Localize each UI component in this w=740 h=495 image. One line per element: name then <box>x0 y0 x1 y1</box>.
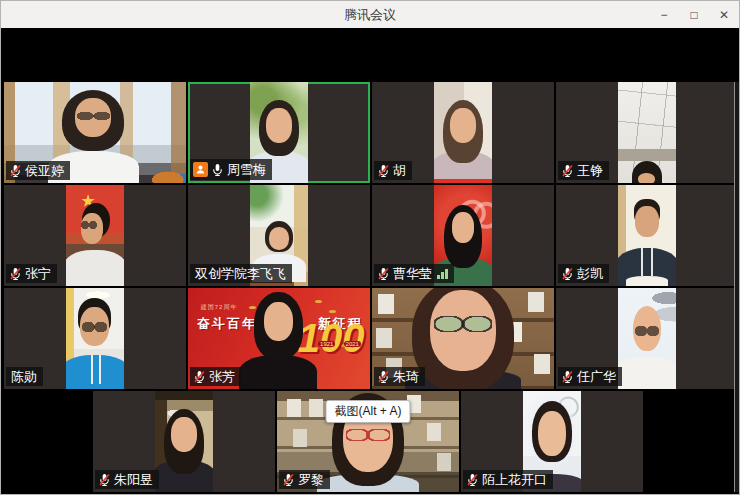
video-tile-pengkai[interactable]: 彭凯 <box>556 185 738 286</box>
video-tile-zhouxuemei[interactable]: 周雪梅 <box>188 82 370 183</box>
screenshot-tooltip: 截图(Alt + A) <box>325 400 410 423</box>
clipped-next-column-sliver <box>734 82 739 492</box>
participant-video <box>66 185 124 286</box>
mic-muted-icon <box>561 370 574 383</box>
face-shape <box>538 411 566 455</box>
video-tile-zhuqi[interactable]: 朱琦 <box>372 288 554 389</box>
glasses-shape <box>635 326 658 336</box>
mic-muted-icon <box>282 473 295 486</box>
mic-muted-icon <box>9 267 22 280</box>
participant-video <box>618 185 676 286</box>
torso-shape <box>618 357 676 389</box>
participant-video <box>66 288 124 389</box>
video-grid: 侯亚婷 周雪梅 <box>1 28 739 494</box>
face-shape <box>266 108 292 142</box>
maximize-button[interactable]: □ <box>679 1 709 28</box>
mic-on-icon <box>211 163 224 176</box>
mic-muted-icon <box>377 267 390 280</box>
mic-muted-icon <box>193 370 206 383</box>
participant-name: 任广华 <box>577 370 616 383</box>
participant-figure <box>618 288 676 389</box>
participant-figure <box>434 82 492 183</box>
mic-muted-icon <box>377 370 390 383</box>
face-shape <box>452 212 474 242</box>
participant-nametag: 陈勋 <box>6 367 43 386</box>
participant-nametag: 罗黎 <box>279 470 330 489</box>
glasses-shape <box>346 429 390 441</box>
participant-video <box>618 288 676 389</box>
meeting-window: 腾讯会议 − □ ✕ 侯亚婷 <box>0 0 740 495</box>
participant-nametag: 周雪梅 <box>190 159 272 180</box>
torso-shape <box>66 250 124 286</box>
participant-name: 王铮 <box>577 164 603 177</box>
video-tile-lifeifei[interactable]: 双创学院李飞飞 <box>188 185 370 286</box>
video-tile-chenxun[interactable]: 陈勋 <box>4 288 186 389</box>
minimize-button[interactable]: − <box>649 1 679 28</box>
participant-name: 陌上花开口 <box>482 473 547 486</box>
participant-figure <box>155 391 213 492</box>
participant-figure <box>618 185 676 286</box>
participant-name: 张宁 <box>25 267 51 280</box>
participant-video <box>434 82 492 183</box>
participant-nametag: 双创学院李飞飞 <box>190 264 292 283</box>
participant-nametag: 王铮 <box>558 161 609 180</box>
participant-video <box>618 82 676 183</box>
participant-name: 周雪梅 <box>227 163 266 176</box>
window-titlebar[interactable]: 腾讯会议 − □ ✕ <box>1 1 739 28</box>
mic-muted-icon <box>466 473 479 486</box>
participant-name: 罗黎 <box>298 473 324 486</box>
video-tile-houyating[interactable]: 侯亚婷 <box>4 82 186 183</box>
video-tile-luoli[interactable]: 截图(Alt + A) 罗黎 <box>277 391 459 492</box>
video-tile-wangzheng[interactable]: 王铮 <box>556 82 738 183</box>
close-button[interactable]: ✕ <box>709 1 739 28</box>
participant-nametag: 朱琦 <box>374 367 425 386</box>
mic-muted-icon <box>561 164 574 177</box>
participant-figure <box>66 288 124 389</box>
face-shape <box>269 227 290 249</box>
participant-nametag: 彭凯 <box>558 264 609 283</box>
face-shape <box>264 302 293 340</box>
video-tile-hu[interactable]: 胡 <box>372 82 554 183</box>
participant-nametag: 曹华莹 <box>374 264 454 283</box>
face-shape <box>635 206 658 236</box>
face-shape <box>450 108 476 142</box>
participant-name: 曹华莹 <box>393 267 432 280</box>
glasses-shape <box>434 316 492 332</box>
participant-name: 侯亚婷 <box>25 164 64 177</box>
participant-figure <box>618 82 676 183</box>
window-title: 腾讯会议 <box>1 6 739 24</box>
participant-nametag: 张宁 <box>6 264 57 283</box>
video-tile-moshanghuakai[interactable]: 陌上花开口 <box>461 391 643 492</box>
network-signal-icon <box>437 269 448 279</box>
glasses-shape <box>82 322 106 332</box>
participant-nametag: 胡 <box>374 161 412 180</box>
participant-name: 胡 <box>393 164 406 177</box>
participant-figure <box>66 185 124 286</box>
participant-name: 张芳 <box>209 370 235 383</box>
video-tile-renguanghua[interactable]: 任广华 <box>556 288 738 389</box>
torso-shape <box>618 248 676 286</box>
participant-name: 朱阳昱 <box>114 473 153 486</box>
participant-nametag: 陌上花开口 <box>463 470 553 489</box>
participant-video <box>155 391 213 492</box>
participant-nametag: 张芳 <box>190 367 241 386</box>
participant-nametag: 任广华 <box>558 367 622 386</box>
video-tile-zhangfang[interactable]: 建国72周年 奋斗百年 新征程 100 1921 2021 张芳 <box>188 288 370 389</box>
window-controls: − □ ✕ <box>649 1 739 28</box>
participant-name: 双创学院李飞飞 <box>195 267 286 280</box>
mic-muted-icon <box>561 267 574 280</box>
video-tile-zhuyangyu[interactable]: 朱阳昱 <box>93 391 275 492</box>
video-tile-caohuaying[interactable]: 曹华莹 <box>372 185 554 286</box>
video-tile-zhangning[interactable]: 张宁 <box>4 185 186 286</box>
participant-nametag: 侯亚婷 <box>6 161 70 180</box>
participant-name: 彭凯 <box>577 267 603 280</box>
glasses-shape <box>81 221 97 229</box>
participant-name: 陈勋 <box>11 370 37 383</box>
torso-shape <box>66 355 124 389</box>
glasses-shape <box>77 112 110 120</box>
mic-muted-icon <box>377 164 390 177</box>
participant-name: 朱琦 <box>393 370 419 383</box>
face-shape <box>638 173 655 183</box>
host-badge-icon <box>193 162 208 177</box>
mic-muted-icon <box>9 164 22 177</box>
